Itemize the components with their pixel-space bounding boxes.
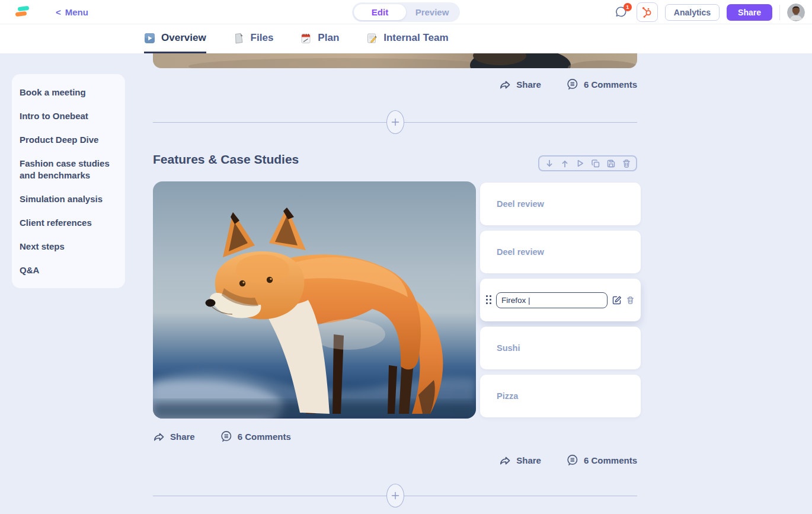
share-arrow-icon: [499, 454, 511, 466]
play-icon: [144, 33, 155, 44]
plus-icon: [391, 118, 399, 126]
sidebar-item-next-steps[interactable]: Next steps: [20, 241, 117, 253]
avatar-photo: [787, 4, 805, 21]
duplicate-button[interactable]: [590, 158, 600, 168]
tab-label: Overview: [161, 32, 206, 44]
hero-action-row: Share 6 Comments: [153, 76, 637, 92]
sidebar-item-client-references[interactable]: Client references: [20, 217, 117, 229]
sidebar-item-intro[interactable]: Intro to Onebeat: [20, 110, 117, 122]
move-up-button[interactable]: [560, 158, 570, 168]
comments-action[interactable]: 6 Comments: [566, 454, 637, 467]
feature-card[interactable]: Sushi: [480, 327, 641, 369]
hubspot-button[interactable]: [637, 2, 658, 22]
trash-small-icon: [626, 296, 635, 305]
plus-icon: [391, 491, 399, 500]
sidebar-item-book-a-meeting[interactable]: Book a meeting: [20, 87, 117, 98]
sidebar-item-simulation-analysis[interactable]: Simulation analysis: [20, 193, 117, 205]
topbar-share-button[interactable]: Share: [727, 4, 772, 21]
comments-label: 6 Comments: [584, 79, 637, 90]
sidebar-item-fashion-case-studies[interactable]: Fashion case studies and benchmarks: [20, 158, 117, 181]
fox-photo[interactable]: [153, 181, 476, 419]
logo-bar-orange: [15, 11, 27, 17]
move-down-icon: [545, 159, 554, 168]
block-toolbar: [538, 155, 637, 171]
trash-icon: [622, 159, 631, 168]
feature-card[interactable]: Pizza: [480, 375, 641, 417]
memo-icon: [366, 33, 378, 44]
analytics-button[interactable]: Analytics: [665, 4, 720, 21]
card-label: Deel review: [497, 247, 544, 257]
menu-back-button[interactable]: < Menu: [56, 7, 88, 17]
feature-cards-column: Deel review Deel review Sushi: [480, 183, 641, 417]
section-tabbar: Overview Files Plan: [0, 24, 812, 53]
move-down-button[interactable]: [544, 158, 554, 168]
comments-label: 6 Comments: [584, 455, 637, 465]
confirm-edit-button[interactable]: [612, 295, 622, 305]
share-label: Share: [170, 432, 195, 442]
preview-mode-button[interactable]: Preview: [406, 4, 458, 20]
save-button[interactable]: [606, 158, 616, 168]
topbar-actions: 1 Analytics Share: [614, 0, 805, 24]
block-divider: [153, 484, 637, 507]
play-outline-icon: [576, 159, 584, 168]
share-action[interactable]: Share: [499, 78, 541, 90]
duplicate-icon: [591, 159, 600, 168]
logo-bar-teal: [18, 6, 30, 12]
comments-bubble-icon: [566, 454, 578, 467]
tab-label: Files: [251, 32, 274, 44]
chevron-left-icon: <: [56, 7, 61, 17]
card-label: Pizza: [497, 391, 518, 401]
edit-pencil-icon: [612, 295, 622, 305]
comments-notification-button[interactable]: 1: [614, 5, 629, 20]
feature-card-editing[interactable]: [480, 279, 641, 321]
tab-label: Plan: [318, 32, 339, 44]
sidebar-item-product-deep-dive[interactable]: Product Deep Dive: [20, 134, 117, 146]
comments-action[interactable]: 6 Comments: [220, 430, 291, 443]
tab-internal-team[interactable]: Internal Team: [366, 24, 448, 53]
play-block-button[interactable]: [575, 158, 585, 168]
feature-card[interactable]: Deel review: [480, 231, 641, 273]
hubspot-sprocket-icon: [641, 6, 653, 18]
comments-label: 6 Comments: [238, 432, 291, 442]
top-bar: < Menu Edit Preview 1 Analytics: [0, 0, 812, 24]
add-block-button[interactable]: [386, 110, 404, 134]
hero-photo[interactable]: [153, 53, 637, 68]
delete-card-button[interactable]: [626, 296, 635, 305]
share-action[interactable]: Share: [153, 430, 195, 442]
fox-photo-art: [153, 181, 476, 419]
tab-plan[interactable]: Plan: [300, 24, 339, 53]
tab-overview[interactable]: Overview: [144, 24, 206, 53]
hero-photo-art: [153, 53, 637, 68]
share-arrow-icon: [153, 430, 165, 442]
menu-label: Menu: [65, 7, 88, 17]
sidebar-item-qa[interactable]: Q&A: [20, 264, 117, 276]
fox-action-row: Share 6 Comments: [153, 428, 637, 445]
share-arrow-icon: [499, 78, 511, 90]
edit-preview-toggle: Edit Preview: [352, 2, 460, 22]
topbar-divider: [779, 5, 780, 20]
move-up-icon: [560, 159, 570, 168]
save-icon: [606, 159, 616, 168]
section-title: Features & Case Studies: [153, 152, 299, 167]
drag-handle[interactable]: [486, 295, 492, 305]
card-label: Sushi: [497, 343, 520, 353]
share-action[interactable]: Share: [499, 454, 541, 466]
app-logo[interactable]: [14, 5, 31, 19]
section-action-row: Share 6 Comments: [153, 452, 637, 468]
file-icon: [234, 33, 245, 44]
card-title-input[interactable]: [496, 292, 608, 308]
edit-mode-button[interactable]: Edit: [354, 4, 406, 20]
delete-block-button[interactable]: [621, 158, 631, 168]
tab-files[interactable]: Files: [234, 24, 274, 53]
comments-bubble-icon: [220, 430, 232, 443]
user-avatar[interactable]: [787, 4, 805, 21]
comments-bubble-icon: [566, 78, 578, 91]
notification-badge: 1: [624, 3, 632, 11]
comments-action[interactable]: 6 Comments: [566, 78, 637, 91]
card-label: Deel review: [497, 199, 544, 209]
feature-card[interactable]: Deel review: [480, 183, 641, 225]
calendar-icon: [300, 33, 312, 44]
add-block-button[interactable]: [386, 484, 404, 507]
share-label: Share: [516, 79, 541, 90]
share-label: Share: [516, 455, 541, 465]
